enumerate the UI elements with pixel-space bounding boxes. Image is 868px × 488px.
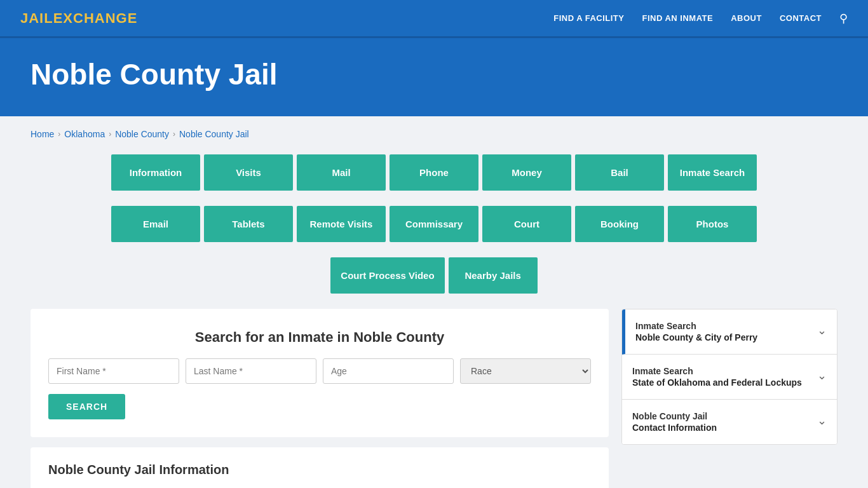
btn-remote-visits[interactable]: Remote Visits (297, 206, 386, 242)
btn-photos[interactable]: Photos (668, 206, 757, 242)
breadcrumb-sep-3: › (173, 130, 175, 139)
site-logo[interactable]: JAILEXCHANGE (20, 10, 137, 27)
search-panel: Search for an Inmate in Noble County Rac… (31, 309, 609, 437)
btn-court-process-video[interactable]: Court Process Video (330, 257, 444, 294)
breadcrumb-home[interactable]: Home (31, 129, 54, 139)
sidebar: Inmate Search Noble County & City of Per… (621, 309, 837, 445)
search-icon[interactable]: ⚲ (839, 11, 848, 25)
btn-money[interactable]: Money (482, 154, 571, 191)
search-title: Search for an Inmate in Noble County (48, 329, 591, 346)
breadcrumb-oklahoma[interactable]: Oklahoma (64, 129, 105, 139)
nav-find-facility[interactable]: FIND A FACILITY (553, 13, 624, 23)
last-name-input[interactable] (186, 358, 316, 384)
btn-tablets[interactable]: Tablets (204, 206, 293, 242)
search-fields: Race White Black Hispanic Asian Other (48, 358, 591, 384)
first-name-input[interactable] (48, 358, 179, 384)
chevron-down-icon-2: ⌄ (817, 414, 827, 428)
sidebar-item-title-1: Inmate Search (632, 366, 802, 376)
breadcrumb-noble-county-jail[interactable]: Noble County Jail (179, 129, 249, 139)
content-area: Home › Oklahoma › Noble County › Noble C… (0, 116, 868, 488)
chevron-down-icon-1: ⌄ (817, 369, 827, 383)
logo-exchange: EXCHANGE (53, 10, 138, 26)
search-button[interactable]: SEARCH (48, 394, 125, 419)
btn-booking[interactable]: Booking (575, 206, 664, 242)
btn-mail[interactable]: Mail (297, 154, 386, 191)
info-title: Noble County Jail Information (48, 463, 591, 477)
btn-phone[interactable]: Phone (390, 154, 478, 191)
age-input[interactable] (323, 358, 454, 384)
sidebar-item-inmate-search-noble[interactable]: Inmate Search Noble County & City of Per… (622, 309, 837, 355)
info-section: Noble County Jail Information (31, 447, 609, 488)
sidebar-item-title-0: Inmate Search (635, 321, 757, 331)
logo-jail: JAIL (20, 10, 53, 26)
button-grid-row3: Court Process Video Nearby Jails (31, 257, 837, 294)
navbar: JAILEXCHANGE FIND A FACILITY FIND AN INM… (0, 0, 868, 38)
race-select[interactable]: Race White Black Hispanic Asian Other (460, 358, 591, 384)
left-column: Search for an Inmate in Noble County Rac… (31, 309, 609, 488)
btn-inmate-search[interactable]: Inmate Search (668, 154, 757, 191)
btn-information[interactable]: Information (111, 154, 200, 191)
breadcrumb-noble-county[interactable]: Noble County (115, 129, 169, 139)
sidebar-item-contact-info[interactable]: Noble County Jail Contact Information ⌄ (622, 400, 837, 444)
chevron-down-icon-0: ⌄ (817, 323, 827, 337)
btn-nearby-jails[interactable]: Nearby Jails (449, 257, 538, 294)
sidebar-item-subtitle-2: Contact Information (632, 423, 717, 433)
nav-contact[interactable]: CONTACT (780, 13, 822, 23)
breadcrumb: Home › Oklahoma › Noble County › Noble C… (31, 129, 837, 139)
nav-about[interactable]: ABOUT (731, 13, 762, 23)
breadcrumb-sep-2: › (109, 130, 111, 139)
btn-email[interactable]: Email (111, 206, 200, 242)
page-title: Noble County Jail (31, 58, 837, 91)
button-grid-row2: Email Tablets Remote Visits Commissary C… (31, 206, 837, 242)
button-grid: Information Visits Mail Phone Money Bail… (31, 154, 837, 191)
sidebar-item-inmate-search-state[interactable]: Inmate Search State of Oklahoma and Fede… (622, 355, 837, 400)
hero-section: Noble County Jail (0, 38, 868, 116)
sidebar-item-subtitle-1: State of Oklahoma and Federal Lockups (632, 377, 802, 388)
main-layout: Search for an Inmate in Noble County Rac… (31, 309, 837, 488)
nav-links: FIND A FACILITY FIND AN INMATE ABOUT CON… (553, 11, 848, 25)
btn-court[interactable]: Court (482, 206, 571, 242)
sidebar-item-subtitle-0: Noble County & City of Perry (635, 332, 757, 342)
btn-visits[interactable]: Visits (204, 154, 293, 191)
btn-bail[interactable]: Bail (575, 154, 664, 191)
breadcrumb-sep-1: › (58, 130, 60, 139)
nav-find-inmate[interactable]: FIND AN INMATE (642, 13, 713, 23)
sidebar-item-title-2: Noble County Jail (632, 411, 717, 421)
btn-commissary[interactable]: Commissary (390, 206, 478, 242)
